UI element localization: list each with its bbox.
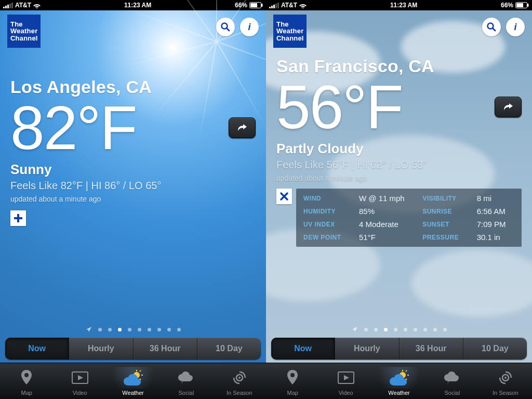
tab-label: Map <box>21 390 32 396</box>
clock-label: 11:23 AM <box>390 2 417 9</box>
tab-label: In Season <box>493 390 518 396</box>
battery-icon <box>515 2 529 8</box>
search-icon <box>486 22 497 32</box>
condition-label: Partly Cloudy <box>276 141 522 157</box>
page-dot[interactable] <box>433 328 437 331</box>
forecast-segmented-control: Now Hourly 36 Hour 10 Day <box>5 338 261 360</box>
map-pin-icon <box>286 370 299 385</box>
page-dot[interactable] <box>98 328 102 331</box>
tab-map[interactable]: Map <box>0 363 53 399</box>
page-indicator[interactable] <box>0 326 266 332</box>
cellular-signal-icon <box>3 2 13 8</box>
page-dot[interactable] <box>364 328 368 331</box>
svg-rect-16 <box>527 4 529 7</box>
share-icon <box>502 102 514 112</box>
tab-label: In Season <box>227 390 252 396</box>
page-dot-active[interactable] <box>384 328 388 331</box>
tab-social[interactable]: Social <box>425 363 478 399</box>
search-button[interactable] <box>216 18 235 36</box>
page-dot[interactable] <box>108 328 112 331</box>
tab-weather[interactable]: Weather <box>107 363 159 399</box>
temperature-label: 56°F <box>276 76 522 138</box>
share-button[interactable] <box>495 97 522 117</box>
carrier-label: AT&T <box>15 2 31 9</box>
tab-weather[interactable]: Weather <box>373 363 425 399</box>
tab-map[interactable]: Map <box>266 363 319 399</box>
page-dot[interactable] <box>423 328 427 331</box>
share-button[interactable] <box>229 117 256 138</box>
page-dot[interactable] <box>443 328 447 331</box>
page-dot[interactable] <box>414 328 417 331</box>
plus-icon <box>13 213 23 223</box>
svg-line-10 <box>140 370 141 371</box>
seg-36hour[interactable]: 36 Hour <box>134 338 197 360</box>
tab-social[interactable]: Social <box>159 363 212 399</box>
logo-line: The <box>276 21 303 28</box>
feels-like-label: Feels Like 82°F | HI 86° / LO 65° <box>10 180 256 192</box>
info-button[interactable]: i <box>240 18 259 36</box>
seg-10day[interactable]: 10 Day <box>463 338 527 360</box>
video-icon <box>338 371 354 384</box>
page-dot[interactable] <box>128 328 131 331</box>
tab-video[interactable]: Video <box>53 363 106 399</box>
tab-video[interactable]: Video <box>319 363 372 399</box>
map-pin-icon <box>20 370 33 385</box>
info-button[interactable]: i <box>506 18 525 36</box>
detail-value: 8 mi <box>477 194 514 203</box>
detail-key: SUNSET <box>422 221 467 228</box>
page-dot-active[interactable] <box>118 328 122 331</box>
tab-in-season[interactable]: In Season <box>213 363 266 399</box>
svg-line-18 <box>493 29 496 31</box>
page-dot[interactable] <box>138 328 141 331</box>
page-dot[interactable] <box>148 328 151 331</box>
detail-key: SUNRISE <box>422 208 467 215</box>
hurricane-icon <box>498 370 513 385</box>
clock-label: 11:23 AM <box>124 2 151 9</box>
details-panel: WIND W @ 11 mph VISIBILITY 8 mi HUMIDITY… <box>296 189 522 247</box>
page-dot[interactable] <box>374 328 378 331</box>
phone-screen-la: AT&T 11:23 AM 66% The Weather Channel i <box>0 0 266 399</box>
page-indicator[interactable] <box>266 326 532 332</box>
wifi-icon <box>33 3 41 8</box>
collapse-details-button[interactable] <box>276 189 292 204</box>
updated-label: updated about a minute ago <box>276 174 522 182</box>
detail-key: UV INDEX <box>303 221 350 228</box>
page-dot[interactable] <box>167 328 171 331</box>
tab-in-season[interactable]: In Season <box>479 363 532 399</box>
phone-screen-sf: AT&T 11:23 AM 66% The Weather Channel i <box>266 0 532 399</box>
share-icon <box>236 123 248 133</box>
logo-line: Channel <box>10 35 37 42</box>
page-dot[interactable] <box>394 328 397 331</box>
social-cloud-icon <box>444 371 460 384</box>
social-cloud-icon <box>178 371 194 384</box>
search-icon <box>220 22 231 32</box>
page-dot[interactable] <box>157 328 161 331</box>
weather-channel-logo[interactable]: The Weather Channel <box>273 15 307 48</box>
tab-label: Video <box>339 390 353 396</box>
page-dot[interactable] <box>177 328 181 331</box>
location-arrow-icon <box>352 326 358 332</box>
logo-line: Weather <box>10 28 37 35</box>
tab-bar: Map Video Weather Social In Season <box>0 363 266 399</box>
battery-icon <box>249 2 263 8</box>
seg-10day[interactable]: 10 Day <box>197 338 261 360</box>
wifi-icon <box>299 3 307 8</box>
tab-label: Weather <box>388 390 409 396</box>
seg-hourly[interactable]: Hourly <box>335 338 399 360</box>
logo-line: Weather <box>276 28 303 35</box>
seg-now[interactable]: Now <box>271 338 335 360</box>
seg-now[interactable]: Now <box>5 338 69 360</box>
page-dot[interactable] <box>404 328 407 331</box>
search-button[interactable] <box>482 18 501 36</box>
weather-icon <box>389 370 409 385</box>
svg-text:i: i <box>514 22 517 32</box>
weather-channel-logo[interactable]: The Weather Channel <box>7 15 41 48</box>
seg-hourly[interactable]: Hourly <box>69 338 133 360</box>
logo-line: The <box>10 21 37 28</box>
detail-value: 30.1 in <box>477 233 514 242</box>
expand-details-button[interactable] <box>10 210 26 226</box>
svg-rect-1 <box>250 3 257 7</box>
tab-label: Weather <box>122 390 143 396</box>
seg-36hour[interactable]: 36 Hour <box>400 338 463 360</box>
updated-label: updated about a minute ago <box>10 195 256 203</box>
